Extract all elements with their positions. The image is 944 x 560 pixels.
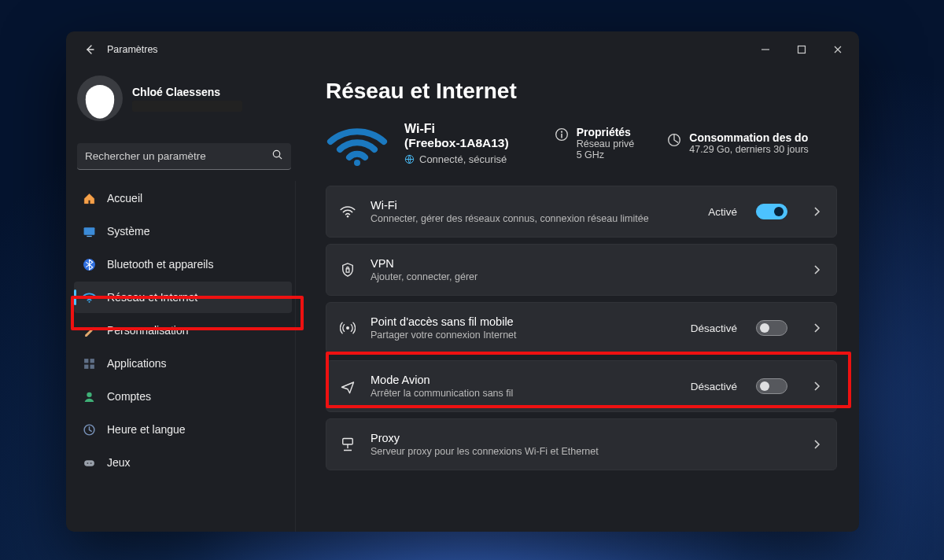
svg-point-10 bbox=[87, 392, 91, 396]
sidebar-item-label: Comptes bbox=[107, 390, 151, 403]
svg-rect-7 bbox=[90, 359, 94, 363]
card-subtitle: Serveur proxy pour les connexions Wi-Fi … bbox=[371, 446, 787, 457]
minimize-icon bbox=[761, 45, 770, 54]
svg-rect-19 bbox=[561, 134, 562, 138]
main-pane[interactable]: Réseau et Internet Wi-Fi (Freebox-1A8A13… bbox=[302, 68, 859, 532]
card-title: VPN bbox=[371, 257, 787, 270]
wifi-toggle[interactable] bbox=[756, 204, 787, 219]
svg-point-18 bbox=[561, 131, 562, 133]
chevron-right-icon bbox=[809, 206, 824, 217]
connection-header: Wi-Fi (Freebox-1A8A13) Connecté, sécuris… bbox=[326, 120, 837, 167]
hotspot-icon bbox=[339, 320, 356, 336]
search-icon bbox=[271, 149, 283, 164]
card-mobile-hotspot[interactable]: Point d'accès sans fil mobile Partager v… bbox=[326, 302, 837, 354]
avatar bbox=[77, 76, 123, 121]
svg-rect-9 bbox=[90, 364, 94, 368]
card-state-label: Désactivé bbox=[691, 381, 737, 392]
data-usage-title: Consommation des do bbox=[689, 131, 808, 144]
sidebar: Chloé Claessens Accueil bbox=[66, 68, 302, 532]
maximize-button[interactable] bbox=[784, 37, 820, 62]
sidebar-item-label: Système bbox=[107, 225, 149, 238]
sidebar-item-label: Réseau et Internet bbox=[107, 291, 197, 304]
globe-icon bbox=[404, 154, 415, 164]
sidebar-item-gaming[interactable]: Jeux bbox=[74, 447, 292, 478]
svg-rect-2 bbox=[83, 227, 94, 235]
close-icon bbox=[833, 45, 843, 54]
sidebar-item-system[interactable]: Système bbox=[74, 216, 292, 247]
search-input[interactable] bbox=[85, 150, 271, 162]
sidebar-item-label: Accueil bbox=[107, 192, 142, 204]
card-subtitle: Ajouter, connecter, gérer bbox=[371, 271, 787, 282]
accounts-icon bbox=[82, 389, 96, 403]
properties-sub1: Réseau privé bbox=[577, 138, 635, 149]
data-usage-sub: 47.29 Go, derniers 30 jours bbox=[689, 144, 808, 155]
wifi-large-icon bbox=[326, 120, 389, 167]
maximize-icon bbox=[797, 45, 806, 54]
chevron-right-icon bbox=[809, 264, 824, 275]
hotspot-toggle[interactable] bbox=[756, 320, 787, 336]
window-title: Paramètres bbox=[107, 44, 158, 55]
svg-rect-12 bbox=[84, 460, 94, 466]
card-state-label: Désactivé bbox=[691, 322, 737, 334]
page-title: Réseau et Internet bbox=[326, 79, 837, 104]
close-button[interactable] bbox=[820, 37, 856, 62]
svg-point-15 bbox=[354, 160, 360, 166]
properties-block[interactable]: Propriétés Réseau privé 5 GHz bbox=[555, 126, 635, 160]
chevron-right-icon bbox=[809, 322, 824, 333]
wifi-icon bbox=[339, 204, 356, 219]
card-airplane-mode[interactable]: Mode Avion Arrêter la communication sans… bbox=[326, 360, 837, 412]
svg-point-1 bbox=[273, 150, 279, 157]
svg-rect-0 bbox=[798, 46, 806, 53]
svg-rect-22 bbox=[346, 269, 349, 272]
sidebar-item-accounts[interactable]: Comptes bbox=[74, 381, 292, 412]
connection-name: Wi-Fi bbox=[404, 122, 509, 136]
minimize-button[interactable] bbox=[747, 37, 784, 62]
titlebar: Paramètres bbox=[66, 31, 859, 68]
sidebar-item-time-language[interactable]: Heure et langue bbox=[74, 414, 292, 445]
chevron-right-icon bbox=[809, 439, 824, 450]
card-subtitle: Partager votre connexion Internet bbox=[371, 330, 677, 341]
sidebar-item-label: Applications bbox=[107, 357, 167, 370]
sidebar-item-network[interactable]: Réseau et Internet bbox=[74, 282, 292, 313]
gaming-icon bbox=[82, 455, 96, 470]
home-icon bbox=[82, 191, 96, 205]
system-icon bbox=[82, 224, 96, 238]
sidebar-item-label: Jeux bbox=[107, 456, 131, 469]
airplane-icon bbox=[339, 378, 356, 394]
airplane-toggle[interactable] bbox=[756, 378, 787, 394]
svg-point-5 bbox=[88, 300, 90, 302]
profile-email bbox=[132, 101, 242, 112]
sidebar-item-personalization[interactable]: Personnalisation bbox=[74, 315, 292, 346]
svg-point-13 bbox=[87, 462, 88, 463]
properties-title: Propriétés bbox=[577, 126, 635, 138]
card-title: Mode Avion bbox=[371, 374, 677, 386]
sidebar-item-apps[interactable]: Applications bbox=[74, 348, 292, 379]
nav-list[interactable]: Accueil Système Bluetooth et appareils bbox=[72, 181, 296, 532]
card-vpn[interactable]: VPN Ajouter, connecter, gérer bbox=[326, 244, 837, 296]
card-state-label: Activé bbox=[708, 206, 737, 218]
svg-rect-24 bbox=[343, 439, 353, 445]
card-title: Point d'accès sans fil mobile bbox=[371, 315, 677, 328]
sidebar-item-home[interactable]: Accueil bbox=[74, 182, 292, 214]
arrow-left-icon bbox=[83, 43, 96, 56]
sidebar-item-bluetooth[interactable]: Bluetooth et appareils bbox=[74, 249, 292, 280]
sidebar-item-label: Personnalisation bbox=[107, 324, 189, 337]
properties-sub2: 5 GHz bbox=[577, 149, 635, 160]
svg-point-14 bbox=[90, 462, 91, 463]
profile-block[interactable]: Chloé Claessens bbox=[72, 68, 296, 135]
search-box[interactable] bbox=[77, 143, 291, 170]
card-wifi[interactable]: Wi-Fi Connecter, gérer des réseaux connu… bbox=[326, 186, 837, 238]
svg-point-23 bbox=[346, 326, 349, 330]
info-icon bbox=[555, 127, 569, 142]
connection-status: Connecté, sécurisé bbox=[419, 153, 507, 165]
card-proxy[interactable]: Proxy Serveur proxy pour les connexions … bbox=[326, 418, 837, 470]
svg-point-21 bbox=[347, 216, 349, 218]
data-usage-block[interactable]: Consommation des do 47.29 Go, derniers 3… bbox=[667, 131, 808, 155]
bluetooth-icon bbox=[82, 257, 96, 271]
time-lang-icon bbox=[82, 422, 96, 437]
svg-rect-6 bbox=[84, 359, 88, 363]
back-button[interactable] bbox=[76, 35, 104, 64]
svg-rect-3 bbox=[87, 235, 91, 236]
connection-ssid: (Freebox-1A8A13) bbox=[404, 136, 509, 150]
network-icon bbox=[82, 290, 96, 304]
